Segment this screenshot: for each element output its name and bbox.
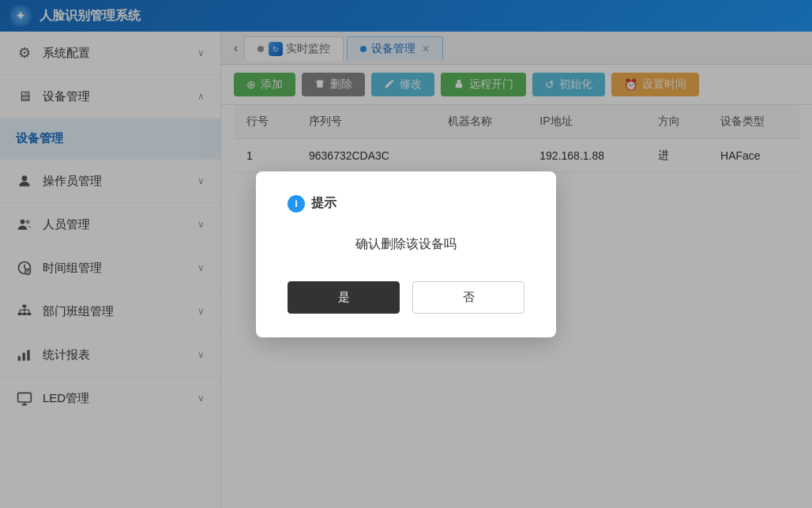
modal-message: 确认删除该设备吗 (288, 236, 524, 253)
modal-overlay: i 提示 确认删除该设备吗 是 否 (0, 0, 812, 508)
modal-cancel-button[interactable]: 否 (412, 281, 524, 314)
modal-title-text: 提示 (311, 195, 336, 212)
modal-box: i 提示 确认删除该设备吗 是 否 (256, 171, 556, 337)
info-icon: i (288, 195, 305, 213)
modal-buttons: 是 否 (288, 281, 524, 314)
modal-title: i 提示 (288, 195, 524, 213)
modal-confirm-button[interactable]: 是 (288, 281, 400, 314)
